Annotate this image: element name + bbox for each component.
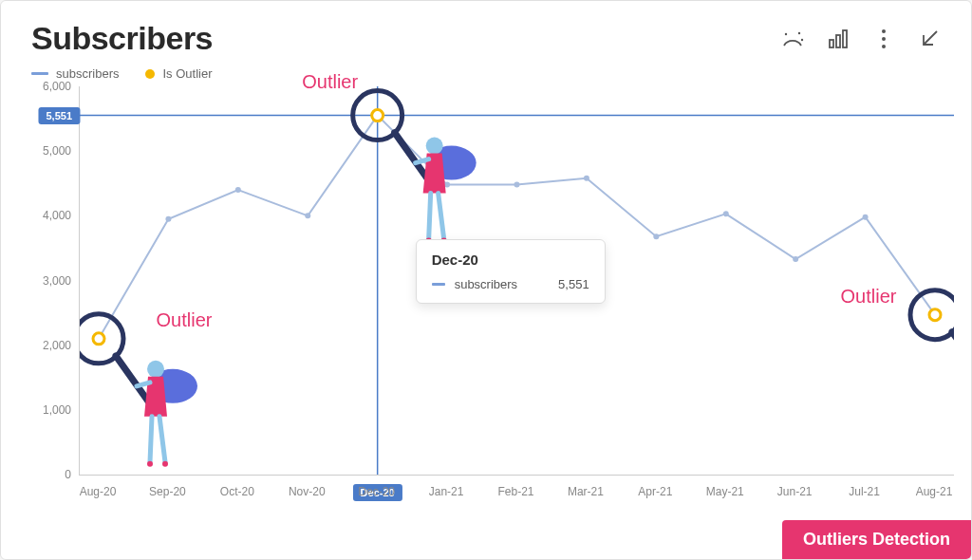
svg-rect-4 [836, 35, 840, 47]
x-tick: May-21 [706, 485, 744, 498]
outlier-annotation: Outlier [841, 285, 897, 307]
svg-point-13 [235, 187, 241, 193]
svg-point-24 [93, 333, 104, 345]
svg-line-36 [395, 133, 430, 182]
toolbar [781, 28, 941, 50]
more-options-icon[interactable] [872, 28, 895, 50]
svg-line-46 [952, 332, 954, 382]
x-tick: Nov-20 [289, 485, 326, 498]
svg-line-31 [159, 417, 165, 462]
tooltip-row: subscribers 5,551 [432, 277, 589, 291]
svg-point-2 [801, 38, 803, 40]
x-tick: Sep-20 [149, 485, 186, 498]
svg-point-14 [305, 213, 310, 218]
chart-card: Subscribers subscribers Is Outlier [0, 0, 972, 560]
svg-point-1 [798, 31, 800, 33]
x-tick: Jul-21 [849, 485, 880, 498]
footer-badge: Outliers Detection [782, 520, 971, 559]
svg-point-44 [929, 309, 941, 321]
svg-point-22 [863, 215, 869, 220]
chart-title: Subscribers [31, 20, 213, 57]
legend-outlier[interactable]: Is Outlier [145, 66, 212, 81]
svg-point-28 [147, 361, 164, 378]
svg-point-18 [584, 176, 589, 181]
svg-line-40 [429, 194, 431, 239]
y-tick: 0 [65, 468, 71, 481]
svg-point-19 [653, 233, 659, 239]
svg-point-0 [785, 32, 787, 34]
header: Subscribers [1, 1, 971, 65]
y-tick: 3,000 [43, 274, 71, 288]
x-tick: Mar-21 [568, 485, 604, 498]
y-tick: 6,000 [43, 80, 71, 93]
legend-dot-icon [145, 69, 155, 79]
svg-point-21 [793, 256, 798, 262]
x-tick: Jun-21 [777, 485, 813, 498]
svg-point-32 [147, 461, 153, 467]
svg-line-30 [150, 417, 152, 462]
y-tick: 1,000 [43, 403, 71, 417]
svg-point-6 [882, 29, 886, 33]
legend-outlier-label: Is Outlier [162, 66, 212, 81]
x-tick: Oct-20 [220, 485, 254, 498]
svg-point-8 [882, 45, 886, 48]
svg-point-34 [372, 110, 383, 121]
chart-area: 01,0002,0003,0004,0005,0006,000 5,551 De… [31, 86, 954, 513]
svg-rect-3 [830, 40, 833, 47]
legend-series[interactable]: subscribers [31, 66, 119, 81]
x-tick: Aug-21 [916, 485, 953, 498]
legend-series-label: subscribers [56, 66, 119, 81]
svg-rect-5 [843, 30, 847, 47]
y-axis: 01,0002,0003,0004,0005,0006,000 [31, 86, 79, 476]
svg-point-17 [514, 182, 520, 188]
tooltip-value: 5,551 [558, 277, 589, 291]
svg-line-26 [116, 356, 151, 405]
plot-region[interactable]: 5,551 Dec-20 Dec-20 subscribers 5,551 Ou… [79, 86, 954, 476]
x-axis: Aug-20Sep-20Oct-20Nov-20Dec-20Jan-21Feb-… [79, 476, 954, 513]
legend-line-icon [31, 72, 48, 75]
tooltip-title: Dec-20 [432, 252, 589, 268]
hover-y-badge: 5,551 [38, 107, 80, 124]
x-tick: Aug-20 [80, 485, 117, 498]
tooltip: Dec-20 subscribers 5,551 [416, 239, 606, 304]
chart-type-icon[interactable] [827, 28, 850, 50]
x-tick: Dec-20 [358, 485, 395, 498]
expand-icon[interactable] [918, 28, 941, 50]
svg-point-33 [162, 461, 168, 467]
svg-point-38 [426, 138, 443, 155]
svg-point-12 [165, 216, 171, 222]
svg-line-41 [439, 194, 444, 239]
x-tick: Jan-21 [429, 485, 464, 498]
x-tick: Apr-21 [638, 485, 672, 498]
legend: subscribers Is Outlier [1, 65, 971, 86]
outlier-annotation: Outlier [157, 308, 213, 330]
svg-point-20 [723, 211, 729, 216]
tooltip-line-icon [432, 283, 445, 286]
y-tick: 5,000 [43, 144, 71, 158]
x-tick: Feb-21 [497, 485, 533, 498]
insights-icon[interactable] [781, 28, 804, 50]
y-tick: 2,000 [43, 339, 71, 352]
outlier-annotation: Outlier [302, 70, 358, 92]
tooltip-series-label: subscribers [455, 277, 530, 291]
y-tick: 4,000 [43, 209, 71, 222]
svg-point-7 [882, 37, 886, 41]
